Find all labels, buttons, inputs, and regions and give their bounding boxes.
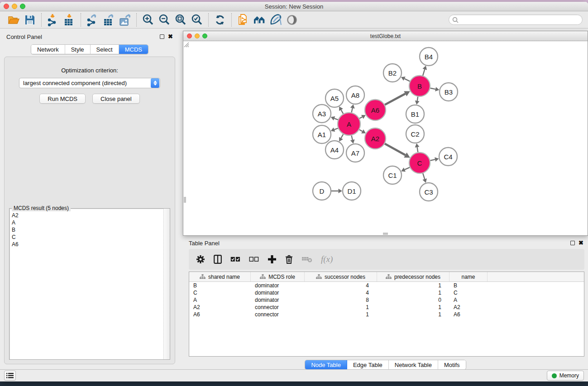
- graph-node-A3[interactable]: A3: [313, 105, 331, 123]
- open-folder-icon[interactable]: [5, 13, 22, 27]
- export-table-icon[interactable]: [100, 13, 117, 27]
- graph-edge-A-A6[interactable]: [359, 115, 366, 119]
- graph-edge-B-B3[interactable]: [430, 87, 440, 91]
- graph-edge-A-A1[interactable]: [331, 128, 338, 132]
- graph-node-B3[interactable]: B3: [440, 83, 458, 101]
- memory-button[interactable]: Memory: [547, 371, 584, 381]
- tab-edge-table[interactable]: Edge Table: [347, 360, 389, 369]
- graph-node-A[interactable]: A: [338, 113, 360, 135]
- export-network-icon[interactable]: [84, 13, 100, 27]
- refresh-layout-icon[interactable]: [212, 13, 228, 27]
- graph-node-A4[interactable]: A4: [325, 141, 344, 159]
- result-item[interactable]: A6: [10, 241, 163, 248]
- graph-node-B[interactable]: B: [409, 76, 430, 96]
- import-table-icon[interactable]: [61, 13, 77, 27]
- network-canvas[interactable]: AA1A2A3A4A5A6A7A8BB1B2B3B4CC1C2C3C4DD1: [183, 42, 588, 235]
- graph-node-A8[interactable]: A8: [346, 86, 364, 104]
- search-field[interactable]: [449, 14, 583, 25]
- optimization-criterion-select[interactable]: largest connected component (directed): [19, 78, 160, 88]
- graph-edge-A6-B[interactable]: [385, 91, 410, 105]
- graph-edge-B-B4[interactable]: [423, 66, 427, 76]
- delete-table-icon[interactable]: [301, 256, 312, 263]
- eye-icon[interactable]: [284, 13, 300, 27]
- graph-node-A5[interactable]: A5: [325, 89, 344, 107]
- delete-column-icon[interactable]: [285, 255, 293, 264]
- graph-edge-C-C3[interactable]: [422, 173, 427, 183]
- table-row[interactable]: Cdominator41C: [189, 289, 584, 296]
- zoom-fit-icon[interactable]: [172, 13, 189, 27]
- column-header-successor-nodes[interactable]: successor nodes: [305, 272, 377, 281]
- tab-node-table[interactable]: Node Table: [305, 360, 347, 369]
- select-all-icon[interactable]: [230, 257, 240, 262]
- import-network-icon[interactable]: [45, 13, 61, 27]
- graph-node-D1[interactable]: D1: [343, 182, 361, 200]
- graph-node-D[interactable]: D: [313, 182, 331, 200]
- graph-node-B4[interactable]: B4: [420, 48, 438, 66]
- column-header-predecessor-nodes[interactable]: predecessor nodes: [377, 272, 449, 281]
- graph-edge-A-A2[interactable]: [359, 129, 366, 133]
- tab-select[interactable]: Select: [91, 45, 119, 54]
- resize-grip-icon[interactable]: [183, 42, 189, 48]
- style-brush-icon[interactable]: [268, 13, 284, 27]
- table-row[interactable]: A6connector11A6: [189, 311, 584, 318]
- result-item[interactable]: B: [10, 226, 163, 234]
- graph-edge-B-B1[interactable]: [415, 97, 420, 105]
- graph-node-C2[interactable]: C2: [406, 125, 424, 143]
- graph-edge-C-C1[interactable]: [401, 167, 410, 172]
- result-item[interactable]: A2: [10, 212, 163, 219]
- tab-style[interactable]: Style: [65, 45, 91, 54]
- deselect-all-icon[interactable]: [249, 257, 259, 262]
- graph-node-A7[interactable]: A7: [346, 144, 364, 162]
- close-panel-icon[interactable]: ✖: [168, 34, 173, 39]
- graph-edge-A-A3[interactable]: [331, 116, 338, 120]
- result-item[interactable]: A: [10, 219, 163, 226]
- task-history-button[interactable]: [4, 371, 16, 381]
- vertical-scroll-thumb[interactable]: [184, 197, 186, 203]
- graph-node-A1[interactable]: A1: [313, 125, 331, 143]
- zoom-in-icon[interactable]: [140, 13, 156, 27]
- run-mcds-button[interactable]: Run MCDS: [39, 94, 86, 104]
- graph-node-B1[interactable]: B1: [406, 105, 424, 123]
- graph-node-A6[interactable]: A6: [365, 100, 386, 120]
- result-item[interactable]: C: [10, 234, 163, 241]
- graph-edge-C-C2[interactable]: [415, 143, 420, 152]
- zoom-selected-icon[interactable]: [189, 13, 205, 27]
- clone-network-icon[interactable]: [235, 13, 251, 27]
- graph-edge-D-D1[interactable]: [331, 189, 342, 193]
- function-builder-icon[interactable]: f(x): [321, 254, 333, 264]
- table-row[interactable]: A2connector11A2: [189, 304, 584, 311]
- graph-edge-B-B2[interactable]: [401, 76, 410, 81]
- column-header-mcds-role[interactable]: MCDS role: [251, 272, 305, 281]
- graph-edge-A-A8[interactable]: [350, 105, 355, 113]
- graph-node-C3[interactable]: C3: [420, 183, 438, 201]
- column-header-shared-name[interactable]: shared name: [189, 272, 251, 281]
- tab-network[interactable]: Network: [31, 45, 65, 54]
- zoom-out-icon[interactable]: [156, 13, 172, 27]
- network-graph[interactable]: AA1A2A3A4A5A6A7A8BB1B2B3B4CC1C2C3C4DD1: [183, 42, 588, 236]
- close-panel-button[interactable]: Close panel: [92, 94, 140, 104]
- graph-node-C1[interactable]: C1: [383, 166, 402, 184]
- float-panel-icon[interactable]: [160, 34, 164, 39]
- graph-edge-A-A5[interactable]: [339, 106, 343, 114]
- table-row[interactable]: Adominator80A: [189, 296, 584, 304]
- export-image-icon[interactable]: [117, 13, 133, 27]
- horizontal-scroll-thumb[interactable]: [383, 233, 388, 235]
- graph-edge-A2-C[interactable]: [385, 144, 410, 158]
- save-session-icon[interactable]: [22, 13, 38, 27]
- search-input[interactable]: [459, 17, 579, 23]
- close-table-panel-icon[interactable]: ✖: [578, 241, 583, 245]
- table-row[interactable]: Bdominator41B: [189, 282, 584, 289]
- graph-node-B2[interactable]: B2: [383, 64, 402, 82]
- add-column-icon[interactable]: [268, 255, 277, 264]
- columns-icon[interactable]: [214, 255, 222, 264]
- result-scrollbar[interactable]: [163, 209, 170, 359]
- home-icon[interactable]: [251, 13, 268, 27]
- graph-node-A2[interactable]: A2: [365, 128, 386, 149]
- tab-network-table[interactable]: Network Table: [389, 360, 438, 369]
- graph-edge-A-A7[interactable]: [350, 135, 355, 143]
- gear-icon[interactable]: [196, 255, 205, 264]
- tab-mcds[interactable]: MCDS: [119, 45, 148, 54]
- graph-edge-C-C4[interactable]: [430, 157, 439, 162]
- graph-node-C[interactable]: C: [409, 152, 430, 173]
- tab-motifs[interactable]: Motifs: [438, 360, 466, 369]
